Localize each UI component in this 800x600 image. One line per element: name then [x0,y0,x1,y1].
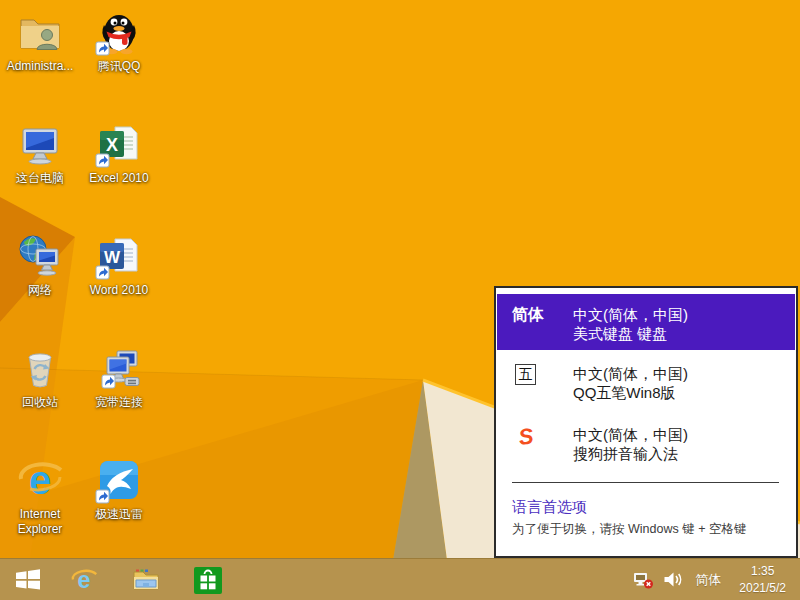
shortcut-arrow-badge [96,490,109,503]
icon-label: 这台电脑 [1,171,79,186]
ime-language-line: 中文(简体，中国) [573,305,795,324]
svg-text:X: X [106,135,118,155]
icon-label: Internet Explorer [1,507,79,537]
ie-icon: e [70,566,98,594]
desktop-icon-word[interactable]: W Word 2010 [80,232,158,298]
sogou-icon: S [512,423,539,450]
icon-label: Word 2010 [80,283,158,298]
broadband-connection-icon [95,344,143,392]
clock-time: 1:35 [739,563,786,579]
shortcut-arrow-badge [96,42,109,55]
qq-penguin-icon [95,8,143,56]
ime-item-us-keyboard[interactable]: 简体 中文(简体，中国) 美式键盘 键盘 [497,294,795,350]
network-globe-icon [16,232,64,280]
speaker-icon [663,571,683,588]
user-folder-icon [16,8,64,56]
desktop-icon-this-pc[interactable]: 这台电脑 [1,120,79,186]
ime-item-sogou-pinyin[interactable]: S 中文(简体，中国) 搜狗拼音输入法 [497,425,795,469]
volume-button[interactable] [663,571,683,588]
shortcut-arrow-badge [96,266,109,279]
file-explorer-icon [132,567,160,592]
ime-name-line: 搜狗拼音输入法 [573,444,795,463]
desktop-icon-excel[interactable]: X Excel 2010 [80,120,158,186]
shortcut-arrow-badge [96,154,109,167]
clock[interactable]: 1:35 2021/5/2 [733,563,792,595]
thunder-bird-icon [95,456,143,504]
windows-logo-icon [15,568,41,591]
ime-language-line: 中文(简体，中国) [573,364,795,383]
ime-name-line: 美式键盘 键盘 [573,324,795,343]
clock-date: 2021/5/2 [739,580,786,596]
icon-label: 腾讯QQ [80,59,158,74]
windows-store-icon [193,565,223,595]
ime-item-qq-wubi[interactable]: 五 中文(简体，中国) QQ五笔Win8版 [497,364,795,408]
system-tray: 简体 1:35 2021/5/2 [633,559,800,600]
shortcut-hint-text: 为了便于切换，请按 Windows 键 + 空格键 [512,521,746,538]
start-button[interactable] [6,559,50,600]
icon-label: 宽带连接 [80,395,158,410]
ime-language-line: 中文(简体，中国) [573,425,795,444]
recycle-bin-icon [16,344,64,392]
taskbar-store-button[interactable] [186,559,230,600]
ie-icon: e [16,456,64,504]
shortcut-arrow-badge [102,375,115,388]
popup-divider [512,482,779,483]
computer-icon [16,120,64,168]
desktop-icon-qq[interactable]: 腾讯QQ [80,8,158,74]
excel-icon: X [95,120,143,168]
desktop-icon-administrator[interactable]: Administra... [1,8,79,74]
desktop-icon-recycle-bin[interactable]: 回收站 [1,344,79,410]
taskbar: e [0,558,800,600]
svg-text:W: W [104,248,121,267]
icon-label: 极速迅雷 [80,507,158,522]
word-icon: W [95,232,143,280]
icon-label: 网络 [1,283,79,298]
desktop-icon-network[interactable]: 网络 [1,232,79,298]
desktop-icon-internet-explorer[interactable]: e Internet Explorer [1,456,79,537]
icon-label: 回收站 [1,395,79,410]
ime-badge-jianti: 简体 [512,306,544,323]
ime-tray-indicator[interactable]: 简体 [692,571,724,589]
desktop: Administra... 腾讯QQ [0,0,800,600]
desktop-icon-broadband[interactable]: 宽带连接 [80,344,158,410]
icon-label: Excel 2010 [80,171,158,186]
wubi-icon: 五 [515,364,536,385]
language-popup: 简体 中文(简体，中国) 美式键盘 键盘 五 中文(简体，中国) QQ五笔Win… [494,286,798,558]
taskbar-file-explorer-button[interactable] [124,559,168,600]
network-disconnected-icon [633,571,654,589]
network-status-button[interactable] [633,571,654,589]
language-preferences-link[interactable]: 语言首选项 [512,498,587,517]
icon-label: Administra... [1,59,79,74]
desktop-icon-thunder[interactable]: 极速迅雷 [80,456,158,522]
taskbar-ie-button[interactable]: e [62,559,106,600]
ime-name-line: QQ五笔Win8版 [573,383,795,402]
